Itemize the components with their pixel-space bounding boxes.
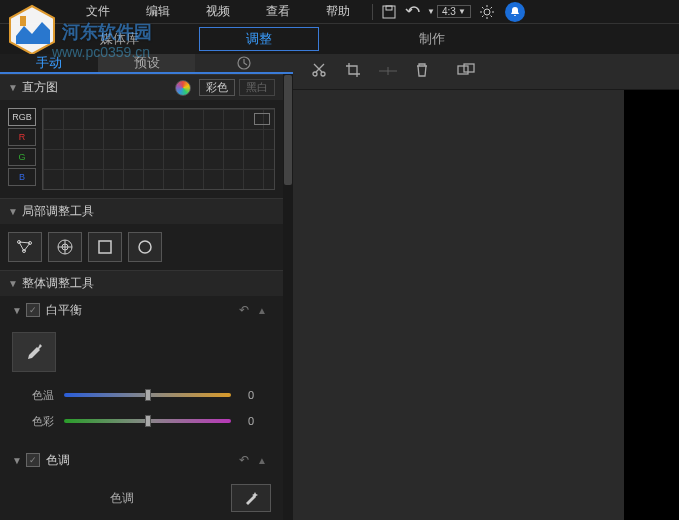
local-tools-body [0, 224, 283, 270]
svg-point-15 [313, 72, 317, 76]
menu-video[interactable]: 视频 [188, 3, 248, 20]
tab-history-icon[interactable] [195, 54, 293, 72]
tone-label: 色调 [12, 490, 231, 507]
channel-b[interactable]: B [8, 168, 36, 186]
clipping-warning-icon[interactable] [254, 113, 270, 125]
svg-rect-13 [99, 241, 111, 253]
svg-rect-20 [464, 64, 474, 72]
menu-edit[interactable]: 编辑 [128, 3, 188, 20]
chevron-down-icon: ▼ [12, 455, 26, 466]
tone-checkbox[interactable]: ✓ [26, 453, 40, 467]
chevron-down-icon: ▼ [8, 278, 22, 289]
save-icon[interactable] [377, 2, 401, 22]
scrollbar-thumb[interactable] [284, 75, 292, 185]
tint-row: 色彩 0 [12, 408, 271, 434]
channel-rgb[interactable]: RGB [8, 108, 36, 126]
module-nav: 媒体库 调整 制作 [0, 24, 679, 54]
mask-pen-tool[interactable] [8, 232, 42, 262]
cut-icon[interactable] [311, 62, 327, 82]
tone-title: 色调 [46, 452, 239, 469]
menu-file[interactable]: 文件 [68, 3, 128, 20]
nav-library[interactable]: 媒体库 [70, 30, 169, 48]
histogram-chart [42, 108, 275, 190]
white-balance-body: 色温 0 色彩 [0, 324, 283, 446]
temperature-thumb[interactable] [145, 389, 151, 401]
white-balance-checkbox[interactable]: ✓ [26, 303, 40, 317]
nav-adjust[interactable]: 调整 [199, 27, 319, 51]
white-balance-header[interactable]: ▼ ✓ 白平衡 ↶ ▲ [0, 296, 283, 324]
tab-preset[interactable]: 预设 [98, 54, 196, 72]
local-tools-title: 局部调整工具 [22, 203, 275, 220]
chevron-down-icon: ▼ [12, 305, 26, 316]
straighten-icon[interactable] [379, 63, 397, 81]
temperature-row: 色温 0 [12, 382, 271, 408]
aspect-ratio-value: 4:3 [442, 6, 456, 17]
divider [372, 4, 373, 20]
global-tools-header[interactable]: ▼ 整体调整工具 [0, 270, 283, 296]
white-balance-title: 白平衡 [46, 302, 239, 319]
aspect-ratio-selector[interactable]: 4:3▼ [437, 5, 471, 18]
menu-view[interactable]: 查看 [248, 3, 308, 20]
tone-body: 色调 [0, 474, 283, 520]
crop-icon[interactable] [345, 62, 361, 82]
settings-icon[interactable] [475, 2, 499, 22]
delete-icon[interactable] [415, 62, 429, 82]
compare-icon[interactable] [457, 63, 475, 81]
undo-icon[interactable] [401, 2, 425, 22]
adjust-tabs: 手动 预设 [0, 54, 293, 74]
canvas-toolbar [293, 54, 679, 90]
temperature-label: 色温 [12, 388, 64, 403]
canvas-area [293, 54, 679, 520]
channel-r[interactable]: R [8, 128, 36, 146]
panel-scrollbar[interactable] [283, 74, 293, 520]
tint-label: 色彩 [12, 414, 64, 429]
nav-create[interactable]: 制作 [419, 30, 445, 48]
notification-bell-icon[interactable] [505, 2, 525, 22]
temperature-value: 0 [231, 389, 271, 401]
tab-manual[interactable]: 手动 [0, 54, 98, 72]
histogram-title: 直方图 [22, 79, 175, 96]
eyedropper-button[interactable] [12, 332, 56, 372]
chevron-down-icon: ▼ [8, 206, 22, 217]
channel-g[interactable]: G [8, 148, 36, 166]
chevron-up-icon[interactable]: ▲ [257, 305, 271, 316]
chevron-up-icon[interactable]: ▲ [257, 455, 271, 466]
chevron-down-icon: ▼ [8, 82, 22, 93]
menubar: 文件 编辑 视频 查看 帮助 ▼ 4:3▼ [0, 0, 679, 24]
svg-point-14 [139, 241, 151, 253]
tint-value: 0 [231, 415, 271, 427]
reset-icon[interactable]: ↶ [239, 303, 257, 317]
tone-header[interactable]: ▼ ✓ 色调 ↶ ▲ [0, 446, 283, 474]
preview-image [624, 90, 679, 520]
temperature-slider[interactable] [64, 393, 231, 397]
reset-icon[interactable]: ↶ [239, 453, 257, 467]
local-tools-header[interactable]: ▼ 局部调整工具 [0, 198, 283, 224]
undo-dropdown-icon[interactable]: ▼ [425, 2, 437, 22]
menu-help[interactable]: 帮助 [308, 3, 368, 20]
global-tools-title: 整体调整工具 [22, 275, 275, 292]
radial-tool[interactable] [48, 232, 82, 262]
tint-thumb[interactable] [145, 415, 151, 427]
mode-bw[interactable]: 黑白 [239, 79, 275, 96]
svg-point-4 [484, 9, 490, 15]
rect-tool[interactable] [88, 232, 122, 262]
histogram-body: RGB R G B [0, 100, 283, 198]
svg-rect-3 [386, 6, 392, 10]
circle-tool[interactable] [128, 232, 162, 262]
mode-color[interactable]: 彩色 [199, 79, 235, 96]
svg-rect-19 [458, 66, 468, 74]
channel-list: RGB R G B [8, 108, 36, 190]
left-panel: 手动 预设 ▼ 直方图 彩色 黑白 RGB R [0, 54, 293, 520]
svg-point-16 [321, 72, 325, 76]
auto-tone-button[interactable] [231, 484, 271, 512]
color-wheel-icon[interactable] [175, 80, 191, 96]
histogram-header[interactable]: ▼ 直方图 彩色 黑白 [0, 74, 283, 100]
svg-rect-2 [383, 6, 395, 18]
tint-slider[interactable] [64, 419, 231, 423]
